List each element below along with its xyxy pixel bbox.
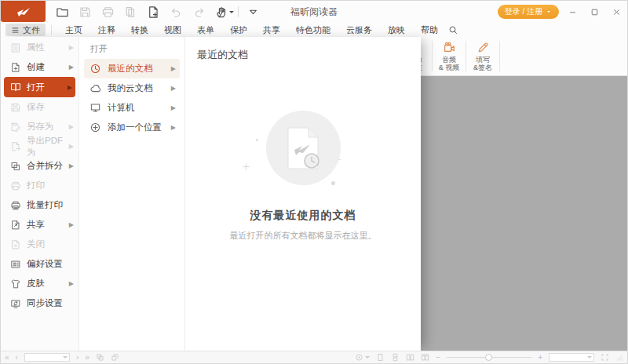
zoom-view-group: − +: [355, 352, 623, 363]
search-icon: [448, 25, 458, 35]
hand-icon: [215, 5, 228, 19]
ribbon-fill-sign-button[interactable]: 填写&签名: [469, 37, 497, 75]
menu-tab-3[interactable]: 视图: [156, 23, 189, 37]
sync-icon: [10, 298, 21, 309]
submenu-arrow-icon: ▶: [69, 64, 74, 71]
facing-page-icon: [406, 353, 414, 362]
pages-merge-icon: [10, 161, 21, 172]
customize-toolbar-button[interactable]: [247, 5, 261, 19]
file-menu-item-8[interactable]: 批量打印: [1, 195, 78, 215]
fullscreen-icon: [601, 353, 609, 362]
file-menu-item-label: 另存为: [27, 121, 54, 133]
ribbon-search-button[interactable]: [448, 25, 458, 35]
minimize-button[interactable]: [568, 7, 577, 16]
file-menu-item-1[interactable]: 创建▶: [1, 57, 78, 77]
open-submenu-item-0[interactable]: 最近的文档▶: [84, 59, 180, 78]
open-submenu-item-2[interactable]: 计算机▶: [84, 98, 180, 118]
file-menu-item-11[interactable]: 偏好设置: [1, 254, 78, 274]
undo-icon: [170, 5, 183, 19]
resize-grip-icon: [615, 354, 623, 362]
menu-tab-7[interactable]: 特色功能: [288, 23, 338, 37]
menu-tab-2[interactable]: 转换: [123, 23, 156, 37]
file-menu-item-13[interactable]: 同步设置: [1, 293, 78, 313]
menu-tab-5[interactable]: 保护: [222, 23, 255, 37]
save-button: [78, 5, 93, 19]
file-menu-item-10: 关闭: [1, 235, 78, 254]
menu-tab-4[interactable]: 表单: [189, 23, 222, 37]
close-icon: [612, 8, 621, 16]
close-button[interactable]: [612, 7, 621, 16]
menu-tab-10[interactable]: 帮助: [413, 23, 446, 37]
file-menu-item-0: 属性▶: [1, 38, 78, 57]
file-menu-item-9[interactable]: 共享▶: [1, 215, 78, 235]
open-submenu-item-label: 最近的文档: [108, 63, 153, 75]
chevron-down-icon: [63, 356, 68, 359]
menu-tab-6[interactable]: 共享: [255, 23, 288, 37]
printer-icon: [10, 180, 21, 191]
status-bar: « ‹ › » − +: [1, 351, 627, 363]
file-menu-item-7: 打印: [1, 176, 78, 195]
clipboard-icon: [111, 353, 119, 362]
zoom-out-button: −: [436, 352, 440, 363]
menu-tab-8[interactable]: 云服务: [338, 23, 380, 37]
document-clock-icon: [285, 126, 321, 170]
printer-icon: [101, 5, 115, 19]
open-submenu-item-label: 添加一个位置: [108, 122, 162, 133]
chevron-down-icon: [229, 11, 234, 13]
open-file-button[interactable]: [56, 5, 70, 19]
open-submenu-column: 打开 最近的文档▶我的云文档▶计算机▶添加一个位置▶: [79, 37, 185, 351]
sparkle-icon: [242, 162, 250, 171]
login-register-button[interactable]: 登录 / 注册: [498, 5, 559, 19]
maximize-button[interactable]: [590, 7, 599, 16]
clock-icon: [89, 63, 101, 75]
open-submenu-item-3[interactable]: 添加一个位置▶: [84, 118, 180, 137]
next-page-button: ›: [76, 352, 78, 363]
camcorder-icon: [443, 41, 456, 54]
print-button: [101, 5, 115, 19]
menu-tab-0[interactable]: 主页: [57, 23, 90, 37]
hand-tool-button[interactable]: [215, 5, 229, 19]
submenu-arrow-icon: ▶: [69, 162, 74, 169]
page-navigation-group: « ‹ › »: [5, 352, 119, 363]
doc-export-icon: [10, 141, 21, 152]
zoom-in-button: +: [538, 352, 542, 363]
plus-circle-icon: [89, 122, 101, 133]
submenu-arrow-icon: ▶: [171, 104, 176, 111]
recent-documents-panel: 最近的文档 没有最近使用的文档 最近打开的所有文档都将: [185, 37, 421, 351]
file-menu-column: 属性▶创建▶打开▶保存另存为▶导出PDF为▶合并拆分▶打印批量打印共享▶关闭偏好…: [1, 37, 79, 351]
file-menu-item-label: 关闭: [27, 238, 45, 250]
printer-multi-icon: [10, 200, 21, 211]
book-view-icon: [421, 353, 429, 362]
zoom-slider-handle: [485, 354, 492, 361]
open-submenu-item-1[interactable]: 我的云文档▶: [84, 78, 180, 98]
empty-state: 没有最近使用的文档 最近打开的所有文档都将显示在这里。: [185, 37, 421, 351]
submenu-arrow-icon: ▶: [171, 85, 176, 92]
empty-state-subtitle: 最近打开的所有文档都将显示在这里。: [185, 230, 421, 242]
zoom-slider: [447, 353, 531, 362]
tab-file[interactable]: 文件: [5, 24, 46, 36]
submenu-arrow-icon: ▶: [171, 124, 176, 131]
menu-tab-1[interactable]: 注释: [90, 23, 123, 37]
toolbar-separator: [238, 6, 239, 17]
file-menu-item-label: 合并拆分: [27, 160, 63, 172]
file-menu-item-label: 保存: [27, 101, 45, 113]
ribbon-audio-video-button[interactable]: 音频& 视频: [435, 37, 463, 75]
menu-tab-9[interactable]: 放映: [380, 23, 413, 37]
file-menu-item-6[interactable]: 合并拆分▶: [1, 156, 78, 176]
ribbon-group-separator: [499, 41, 500, 71]
file-menu-item-12[interactable]: 皮肤▶: [1, 274, 78, 293]
file-menu-item-2[interactable]: 打开▶: [4, 77, 75, 97]
file-menu-item-label: 偏好设置: [27, 258, 63, 270]
book-open-icon: [10, 82, 21, 93]
undo-button: [170, 5, 184, 19]
foxit-logo: [1, 1, 46, 22]
quick-access-toolbar: [56, 1, 261, 23]
file-menu-item-label: 打开: [27, 82, 45, 93]
create-blank-button[interactable]: [147, 5, 161, 19]
submenu-arrow-icon: ▶: [69, 123, 74, 130]
file-menu-item-label: 导出PDF为: [27, 135, 64, 158]
submenu-arrow-icon: ▶: [69, 143, 74, 150]
tshirt-icon: [10, 278, 21, 289]
dot-decoration: [331, 181, 335, 185]
file-menu-item-5: 导出PDF为▶: [1, 136, 78, 156]
